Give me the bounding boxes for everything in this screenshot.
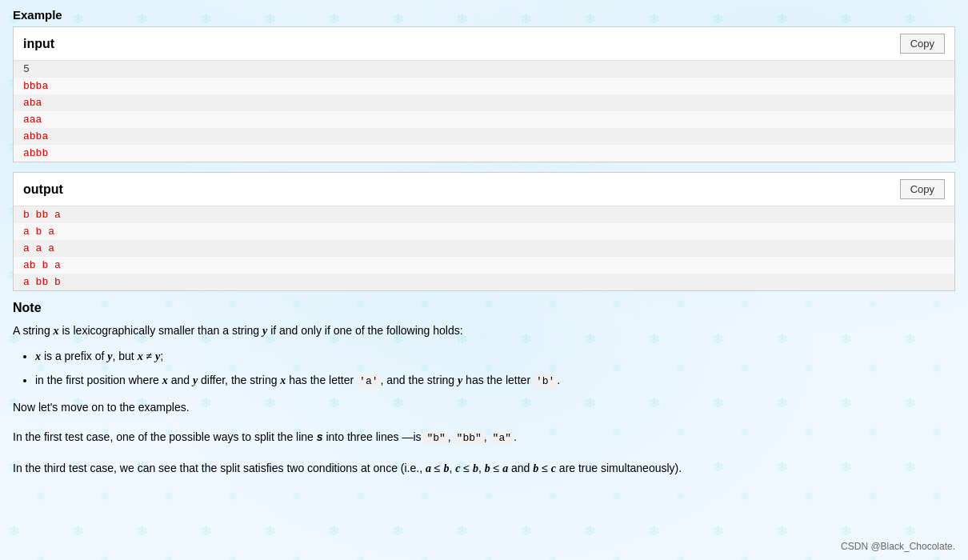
output-line-2: a b a [14, 223, 954, 240]
note-title: Note [13, 301, 955, 315]
input-content: 5 bbba aba aaa abba abbb [14, 61, 954, 162]
output-line-1: b bb a [14, 206, 954, 223]
output-copy-button[interactable]: Copy [900, 179, 945, 199]
input-line-4: aaa [14, 111, 954, 128]
input-box: input Copy 5 bbba aba aaa abba abbb [13, 26, 955, 162]
input-line-3: aba [14, 94, 954, 111]
bullet-2: in the first position where x and y diff… [35, 371, 955, 390]
note-section: Note A string x is lexicographically sma… [13, 301, 955, 478]
input-line-2: bbba [14, 78, 954, 94]
input-line-6: abbb [14, 145, 954, 162]
watermark: CSDN @Black_Chocolate. [841, 541, 955, 552]
section-title: Example [13, 8, 955, 22]
input-line-1: 5 [14, 61, 954, 78]
output-line-4: ab b a [14, 257, 954, 274]
output-line-5: a bb b [14, 274, 954, 290]
note-para2: In the first test case, one of the possi… [13, 428, 955, 447]
note-bullets: x is a prefix of y, but x ≠ y; in the fi… [35, 347, 955, 390]
output-content: b bb a a b a a a a ab b a a bb b [14, 206, 954, 290]
input-label: input [23, 37, 54, 51]
output-label: output [23, 182, 63, 197]
input-copy-button[interactable]: Copy [900, 34, 945, 54]
note-intro: A string x is lexicographically smaller … [13, 322, 955, 341]
input-header: input Copy [14, 27, 954, 61]
bullet-1: x is a prefix of y, but x ≠ y; [35, 347, 955, 366]
input-line-5: abba [14, 128, 954, 145]
note-para3: In the third test case, we can see that … [13, 459, 955, 478]
output-box: output Copy b bb a a b a a a a ab b a a … [13, 172, 955, 291]
output-header: output Copy [14, 173, 954, 206]
output-line-3: a a a [14, 240, 954, 257]
note-para1: Now let's move on to the examples. [13, 398, 955, 418]
